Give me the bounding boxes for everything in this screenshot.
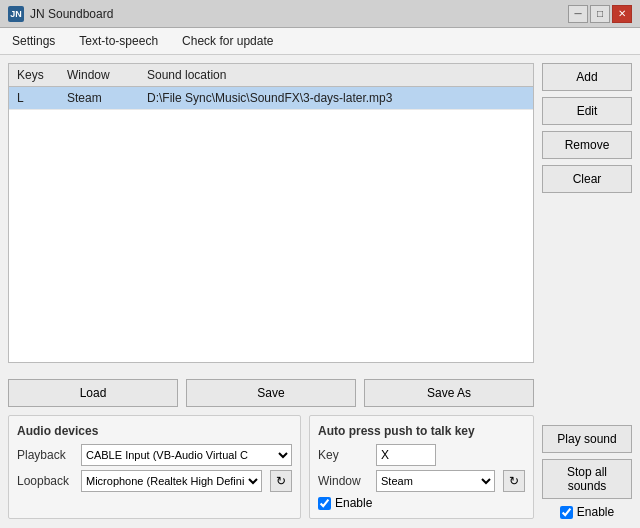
playback-row: Playback CABLE Input (VB-Audio Virtual C [17, 444, 292, 466]
push-to-talk-section: Auto press push to talk key Key Window S… [309, 415, 534, 519]
app-icon: JN [8, 6, 24, 22]
table-row[interactable]: L Steam D:\File Sync\Music\SoundFX\3-day… [9, 87, 533, 110]
add-button[interactable]: Add [542, 63, 632, 91]
clear-button[interactable]: Clear [542, 165, 632, 193]
loopback-refresh-button[interactable]: ↻ [270, 470, 292, 492]
menu-settings[interactable]: Settings [8, 32, 59, 50]
maximize-button[interactable]: □ [590, 5, 610, 23]
ptt-refresh-button[interactable]: ↻ [503, 470, 525, 492]
audio-devices-title: Audio devices [17, 424, 292, 438]
bottom-row: Audio devices Playback CABLE Input (VB-A… [8, 415, 534, 519]
play-sound-button[interactable]: Play sound [542, 425, 632, 453]
enable-checkbox[interactable] [560, 506, 573, 519]
window-title: JN Soundboard [30, 7, 113, 21]
menu-bar: Settings Text-to-speech Check for update [0, 28, 640, 55]
loopback-select[interactable]: Microphone (Realtek High Defini [81, 470, 262, 492]
ptt-window-row: Window Steam ↻ [318, 470, 525, 492]
ptt-enable-row: Enable [318, 496, 525, 510]
title-bar: JN JN Soundboard ─ □ ✕ [0, 0, 640, 28]
cell-window: Steam [63, 89, 143, 107]
loopback-label: Loopback [17, 474, 73, 488]
audio-devices-section: Audio devices Playback CABLE Input (VB-A… [8, 415, 301, 519]
ptt-window-label: Window [318, 474, 368, 488]
title-bar-controls: ─ □ ✕ [568, 5, 632, 23]
header-window: Window [63, 66, 143, 84]
table-body: L Steam D:\File Sync\Music\SoundFX\3-day… [9, 87, 533, 357]
minimize-button[interactable]: ─ [568, 5, 588, 23]
stop-all-button[interactable]: Stop all sounds [542, 459, 632, 499]
header-sound-location: Sound location [143, 66, 529, 84]
playback-select[interactable]: CABLE Input (VB-Audio Virtual C [81, 444, 292, 466]
ptt-enable-label: Enable [335, 496, 372, 510]
edit-button[interactable]: Edit [542, 97, 632, 125]
cell-key: L [13, 89, 63, 107]
cell-sound: D:\File Sync\Music\SoundFX\3-days-later.… [143, 89, 529, 107]
menu-check-for-update[interactable]: Check for update [178, 32, 277, 50]
close-button[interactable]: ✕ [612, 5, 632, 23]
enable-row: Enable [542, 505, 632, 519]
header-keys: Keys [13, 66, 63, 84]
enable-label: Enable [577, 505, 614, 519]
save-as-button[interactable]: Save As [364, 379, 534, 407]
right-panel: Add Edit Remove Clear Play sound Stop al… [542, 63, 632, 519]
load-button[interactable]: Load [8, 379, 178, 407]
bottom-buttons: Load Save Save As [8, 379, 534, 407]
ptt-window-select[interactable]: Steam [376, 470, 495, 492]
main-area: Keys Window Sound location L Steam D:\Fi… [0, 55, 640, 527]
loopback-row: Loopback Microphone (Realtek High Defini… [17, 470, 292, 492]
menu-text-to-speech[interactable]: Text-to-speech [75, 32, 162, 50]
ptt-key-label: Key [318, 448, 368, 462]
left-panel: Keys Window Sound location L Steam D:\Fi… [8, 63, 534, 519]
ptt-key-input[interactable] [376, 444, 436, 466]
title-bar-left: JN JN Soundboard [8, 6, 113, 22]
sound-table: Keys Window Sound location L Steam D:\Fi… [8, 63, 534, 363]
table-header: Keys Window Sound location [9, 64, 533, 87]
ptt-title: Auto press push to talk key [318, 424, 525, 438]
save-button[interactable]: Save [186, 379, 356, 407]
playback-label: Playback [17, 448, 73, 462]
ptt-key-row: Key [318, 444, 525, 466]
remove-button[interactable]: Remove [542, 131, 632, 159]
ptt-enable-checkbox[interactable] [318, 497, 331, 510]
